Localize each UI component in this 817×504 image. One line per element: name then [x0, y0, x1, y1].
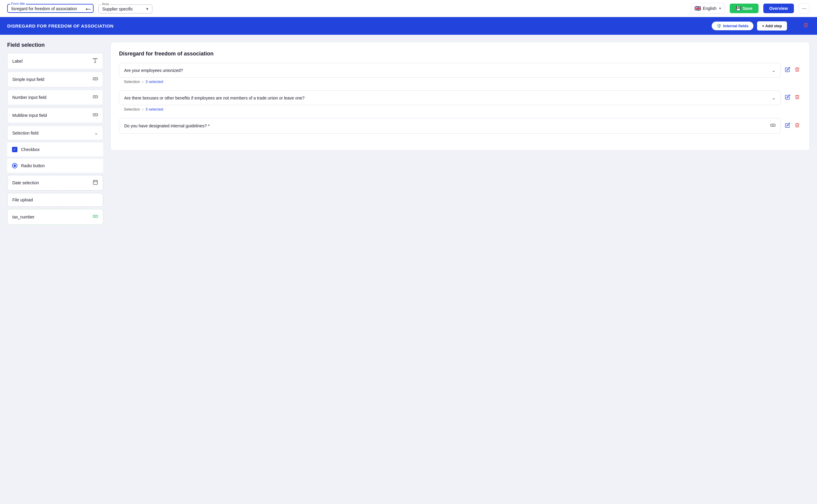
number-input-icon	[93, 94, 98, 101]
selection-meta-count-2: 3 selected	[145, 107, 163, 111]
question-box-3: Do you have designated internal guidelin…	[119, 118, 781, 134]
field-label-text: Label	[12, 59, 92, 64]
sidebar: Field selection Label Simple input field	[7, 42, 103, 225]
save-button[interactable]: 💾 Save	[730, 4, 759, 13]
radio-text: Radio button	[21, 163, 45, 168]
field-item-number-input[interactable]: Number input field	[7, 90, 103, 105]
tax-number-icon	[93, 214, 98, 220]
edit-form-button[interactable]	[791, 21, 798, 31]
form-area: Disregard for freedom of association Are…	[110, 42, 810, 151]
more-button[interactable]: ···	[799, 3, 810, 13]
question-text-2: Are there bonuses or other benefits if e…	[124, 96, 772, 100]
question-block-3: Do you have designated internal guidelin…	[119, 118, 801, 134]
pencil-icon-2	[785, 94, 790, 100]
area-chevron-icon: ▼	[145, 7, 149, 11]
question-text-1: Are your employees unionized?	[124, 68, 772, 73]
radio-inner	[13, 165, 16, 167]
field-item-radio[interactable]: Radio button	[7, 159, 103, 173]
question-row-1: Are your employees unionized? ⌄	[119, 63, 801, 78]
question-box-2: Are there bonuses or other benefits if e…	[119, 90, 781, 105]
date-text: Date selection	[12, 180, 93, 185]
area-value: Supplier specific	[102, 7, 133, 11]
question-chevron-2[interactable]: ⌄	[772, 95, 776, 101]
selection-meta-chevron-2: >	[141, 108, 143, 111]
save-icon: 💾	[736, 6, 741, 11]
text-format-icon	[92, 58, 98, 65]
form-header-bar: DISREGARD FOR FREEDOM OF ASSOCIATION 🛡️ …	[0, 17, 817, 35]
question-block-2: Are there bonuses or other benefits if e…	[119, 90, 801, 113]
field-item-date[interactable]: Date selection	[7, 175, 103, 191]
delete-form-button[interactable]	[802, 21, 810, 31]
form-header-title: DISREGARD FOR FREEDOM OF ASSOCIATION	[7, 23, 114, 28]
lang-text: English	[703, 6, 717, 11]
question-row-3: Do you have designated internal guidelin…	[119, 118, 801, 134]
field-item-tax-number[interactable]: tax_number	[7, 209, 103, 225]
calendar-icon	[93, 179, 98, 186]
multiline-icon	[93, 112, 98, 119]
pencil-icon-3	[785, 123, 790, 128]
checkbox-text: Checkbox	[21, 147, 40, 152]
edit-question-3-button[interactable]	[784, 121, 792, 131]
form-area-title: Disregard for freedom of association	[119, 51, 801, 57]
form-questions: Are your employees unionized? ⌄	[119, 63, 801, 138]
lang-flag-icon: 🇬🇧	[694, 5, 701, 12]
action-icons-1	[784, 66, 801, 75]
radio-button-icon	[12, 163, 17, 168]
field-item-multiline[interactable]: Multiline input field	[7, 108, 103, 123]
save-label: Save	[743, 6, 753, 11]
trash-icon-2	[795, 94, 800, 100]
add-step-button[interactable]: + Add step	[757, 21, 787, 31]
app-container: Form title Area Supplier specific ▼ ← 🇬🇧…	[0, 0, 817, 504]
question-input-icon-3	[770, 123, 776, 129]
form-title-label: Form title	[10, 2, 26, 5]
field-list: Label Simple input field	[7, 53, 103, 225]
selection-meta-label-2: Selection	[124, 107, 140, 111]
file-upload-text: File upload	[12, 197, 98, 202]
question-text-3: Do you have designated internal guidelin…	[124, 123, 770, 128]
field-item-label[interactable]: Label	[7, 53, 103, 69]
main-content: Field selection Label Simple input field	[0, 35, 817, 504]
multiline-text: Multiline input field	[12, 113, 93, 118]
form-title-wrapper: Form title	[7, 4, 94, 13]
selection-meta-count-1: 3 selected	[145, 79, 163, 84]
internal-fields-button[interactable]: 🛡️ Internal fields	[712, 22, 753, 30]
area-select[interactable]: Area Supplier specific ▼	[98, 4, 152, 13]
question-block-1: Are your employees unionized? ⌄	[119, 63, 801, 86]
add-step-label: + Add step	[762, 24, 782, 28]
overview-button[interactable]: Overview	[763, 4, 794, 13]
sidebar-title: Field selection	[7, 42, 103, 48]
action-icons-2	[784, 93, 801, 102]
input-icon	[93, 76, 98, 83]
question-chevron-1[interactable]: ⌄	[772, 67, 776, 73]
tax-number-text: tax_number	[12, 215, 93, 219]
form-title-input[interactable]	[11, 6, 89, 11]
field-item-file-upload[interactable]: File upload	[7, 193, 103, 207]
checkbox-checked-icon: ✓	[12, 147, 17, 152]
delete-question-1-button[interactable]	[793, 66, 801, 75]
svg-rect-3	[93, 180, 97, 185]
lang-chevron-icon: ▼	[718, 7, 722, 10]
pencil-icon-1	[785, 67, 790, 72]
question-box-1: Are your employees unionized? ⌄	[119, 63, 781, 78]
internal-fields-label: Internal fields	[723, 24, 749, 28]
form-header-right: 🛡️ Internal fields + Add step	[712, 21, 810, 31]
edit-question-1-button[interactable]	[784, 66, 792, 75]
delete-question-3-button[interactable]	[793, 121, 801, 131]
selection-chevron-icon: ⌄	[94, 130, 98, 136]
field-item-simple-input[interactable]: Simple input field	[7, 72, 103, 87]
shield-icon: 🛡️	[717, 24, 721, 28]
simple-input-text: Simple input field	[12, 77, 93, 82]
action-icons-3	[784, 121, 801, 131]
trash-icon-3	[795, 123, 800, 128]
delete-question-2-button[interactable]	[793, 93, 801, 102]
area-label: Area	[101, 2, 110, 6]
selection-text: Selection field	[12, 131, 94, 135]
trash-icon-1	[795, 67, 800, 72]
field-item-selection[interactable]: Selection field ⌄	[7, 126, 103, 140]
ellipsis-icon: ···	[802, 5, 807, 11]
overview-label: Overview	[769, 6, 788, 11]
language-selector[interactable]: 🇬🇧 English ▼	[691, 3, 725, 14]
top-bar: Form title Area Supplier specific ▼ ← 🇬🇧…	[0, 0, 817, 17]
field-item-checkbox[interactable]: ✓ Checkbox	[7, 143, 103, 156]
edit-question-2-button[interactable]	[784, 93, 792, 102]
